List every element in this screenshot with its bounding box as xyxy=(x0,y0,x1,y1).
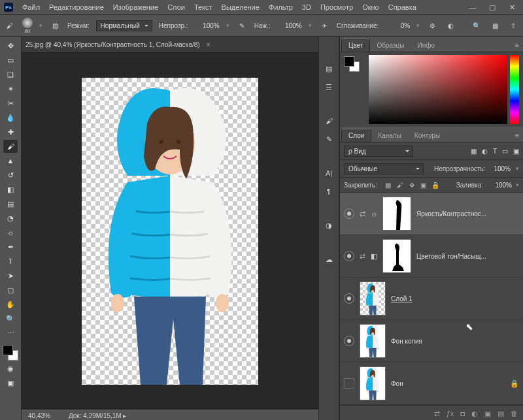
brush-panel-icon[interactable]: ▧ xyxy=(49,20,61,31)
filter-smart-icon[interactable]: ▣ xyxy=(513,148,519,155)
menu-3d[interactable]: 3D xyxy=(302,3,311,11)
healing-tool[interactable]: ✚ xyxy=(3,125,18,138)
path-select-tool[interactable]: ➤ xyxy=(3,269,18,282)
brush-tool-icon[interactable]: 🖌 xyxy=(4,20,16,31)
doc-info[interactable]: Док: 4,29M/15,1M ▸ xyxy=(69,412,127,419)
blend-mode-dropdown[interactable]: Нормальный xyxy=(96,20,152,31)
layer-name[interactable]: Цветовой тон/Насыщ... xyxy=(416,253,519,260)
layer-thumbnail[interactable] xyxy=(360,282,386,315)
menu-layers[interactable]: Слои xyxy=(167,3,185,11)
brush-preset-chevron-icon[interactable]: ▾ xyxy=(39,22,42,29)
move-tool[interactable]: ✥ xyxy=(3,39,18,52)
layer-row[interactable]: Фон копия xyxy=(340,320,523,363)
menu-image[interactable]: Изображение xyxy=(113,3,158,11)
lock-artboard-icon[interactable]: ▣ xyxy=(419,182,428,189)
filter-adjust-icon[interactable]: ◐ xyxy=(482,148,488,155)
layer-filter-dropdown[interactable]: ρ Вид xyxy=(344,146,413,157)
hand-tool[interactable]: ✋ xyxy=(3,298,18,311)
zoom-tool[interactable]: 🔍 xyxy=(3,312,18,325)
layer-opacity-value[interactable]: 100% xyxy=(491,165,511,172)
fill-value[interactable]: 100% xyxy=(487,182,512,189)
layer-name[interactable]: Фон xyxy=(391,380,505,387)
tab-color[interactable]: Цвет xyxy=(341,39,370,52)
panel-swatches[interactable] xyxy=(344,56,360,72)
menu-window[interactable]: Окно xyxy=(362,3,379,11)
search-icon[interactable]: 🔍 xyxy=(471,20,482,31)
lock-all-icon[interactable]: 🔒 xyxy=(431,182,440,189)
tab-channels[interactable]: Каналы xyxy=(371,129,408,142)
smoothing-settings-icon[interactable]: ⚙ xyxy=(426,20,438,31)
layer-row[interactable]: Слой 1 xyxy=(340,278,523,320)
layer-thumbnail[interactable] xyxy=(360,366,386,400)
brushes-panel-icon[interactable]: 🖌 xyxy=(323,115,335,127)
eraser-tool[interactable]: ◧ xyxy=(3,183,18,196)
color-panel-menu-icon[interactable]: ≡ xyxy=(511,39,523,52)
layer-row[interactable]: ⇄ ☼ Яркость/Контрастнос... xyxy=(340,193,523,235)
tab-layers[interactable]: Слои xyxy=(341,129,371,142)
menu-filter[interactable]: Фильтр xyxy=(269,3,293,11)
workspace-icon[interactable]: ▦ xyxy=(489,20,501,31)
layer-mask-thumbnail[interactable] xyxy=(382,239,411,273)
filter-shape-icon[interactable]: ▭ xyxy=(502,148,508,155)
screenmode-tool[interactable]: ▣ xyxy=(3,376,18,389)
history-panel-icon[interactable]: ▤ xyxy=(323,63,335,74)
flow-chevron-icon[interactable]: ▾ xyxy=(309,22,312,29)
blend-mode-layer-dropdown[interactable]: Обычные xyxy=(344,163,424,174)
visibility-toggle[interactable] xyxy=(344,378,354,389)
color-field[interactable] xyxy=(369,55,507,124)
flow-value[interactable]: 100% xyxy=(277,22,302,29)
panel-fg-swatch[interactable] xyxy=(344,56,354,67)
link-icon[interactable]: ⇄ xyxy=(360,252,365,261)
pressure-size-icon[interactable]: ◐ xyxy=(445,20,456,31)
layer-row[interactable]: ⇄ ◧ Цветовой тон/Насыщ... xyxy=(340,235,523,278)
layers-panel-menu-icon[interactable]: ≡ xyxy=(511,129,523,142)
visibility-toggle[interactable] xyxy=(344,251,354,261)
quick-select-tool[interactable]: ✴ xyxy=(3,82,18,95)
artboard[interactable] xyxy=(82,78,258,385)
menu-view[interactable]: Просмотр xyxy=(320,3,353,11)
menu-edit[interactable]: Редактирование xyxy=(49,3,104,11)
menu-text[interactable]: Текст xyxy=(194,3,212,11)
eyedropper-tool[interactable]: 💧 xyxy=(3,111,18,124)
libraries-panel-icon[interactable]: ☁ xyxy=(323,253,335,265)
document-tab[interactable]: 25.jpg @ 40,4% (Яркость/Контрастность 1,… xyxy=(25,41,200,48)
adjustments-panel-icon[interactable]: ◑ xyxy=(323,219,335,231)
blur-tool[interactable]: ◔ xyxy=(3,212,18,225)
layer-name[interactable]: Слой 1 xyxy=(391,295,519,302)
shape-tool[interactable]: ▢ xyxy=(3,283,18,297)
visibility-toggle[interactable] xyxy=(344,208,354,219)
opacity-chevron-icon[interactable]: ▾ xyxy=(226,22,229,29)
quickmask-tool[interactable]: ◉ xyxy=(3,362,18,375)
paragraph-panel-icon[interactable]: ¶ xyxy=(323,186,335,197)
tab-info[interactable]: Инфо xyxy=(411,39,441,52)
delete-layer-icon[interactable]: 🗑 xyxy=(511,410,518,417)
foreground-swatch[interactable] xyxy=(3,345,13,355)
properties-panel-icon[interactable]: ☰ xyxy=(323,81,335,93)
share-icon[interactable]: ⇪ xyxy=(507,20,519,31)
adjustment-layer-icon[interactable]: ◐ xyxy=(471,410,478,418)
pressure-opacity-icon[interactable]: ✎ xyxy=(236,20,248,31)
tab-paths[interactable]: Контуры xyxy=(408,129,447,142)
type-tool[interactable]: T xyxy=(3,255,18,268)
brush-preview-icon[interactable] xyxy=(22,18,33,28)
layer-mask-icon[interactable]: ◘ xyxy=(460,410,465,417)
lock-position-icon[interactable]: ✥ xyxy=(407,182,416,189)
airbrush-icon[interactable]: ✈ xyxy=(318,20,330,31)
layer-name[interactable]: Фон копия xyxy=(391,338,519,345)
gradient-tool[interactable]: ▤ xyxy=(3,197,18,210)
link-layers-icon[interactable]: ⇄ xyxy=(434,410,440,418)
lasso-tool[interactable]: ❑ xyxy=(3,68,18,81)
canvas[interactable] xyxy=(22,53,318,409)
layer-style-icon[interactable]: ƒх xyxy=(447,410,454,417)
menu-help[interactable]: Справка xyxy=(388,3,416,11)
pen-tool[interactable]: ✒ xyxy=(3,240,18,253)
group-icon[interactable]: ▣ xyxy=(484,410,491,418)
edit-toolbar[interactable]: ⋯ xyxy=(3,327,18,340)
maximize-button[interactable]: ▢ xyxy=(485,3,499,12)
layer-mask-thumbnail[interactable] xyxy=(382,197,411,231)
minimize-button[interactable]: — xyxy=(465,3,480,12)
crop-tool[interactable]: ✂ xyxy=(3,97,18,110)
visibility-toggle[interactable] xyxy=(344,336,354,346)
link-icon[interactable]: ⇄ xyxy=(360,210,365,218)
smoothing-chevron-icon[interactable]: ▾ xyxy=(416,22,420,29)
